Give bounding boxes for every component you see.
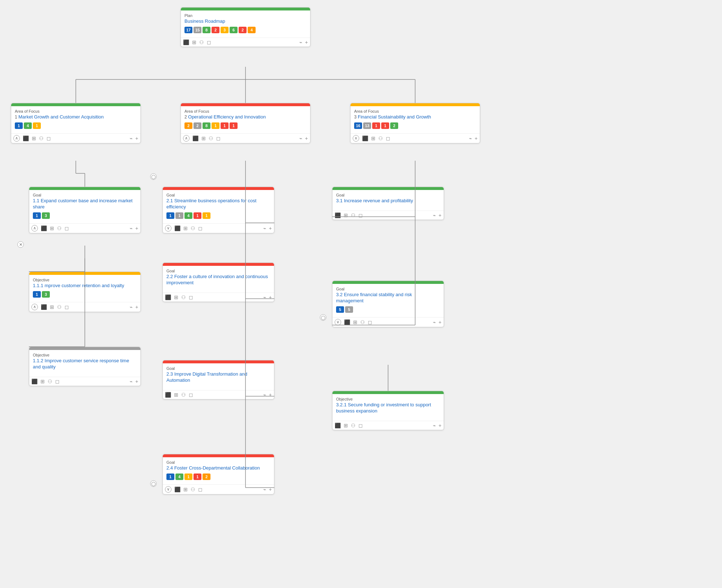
chart-icon[interactable]: ⬛	[183, 39, 189, 45]
goal-2-4-chat-icon[interactable]: ◻	[198, 487, 203, 492]
goal-2-2-chat-icon[interactable]: ◻	[189, 294, 193, 300]
area2-chat-icon[interactable]: ◻	[216, 135, 221, 141]
obj-3-2-1-chat-icon[interactable]: ◻	[358, 423, 363, 428]
goal-3-1-chat-icon[interactable]: ◻	[358, 212, 363, 218]
goal-3-2-collapse-btn[interactable]: ∨	[335, 319, 341, 325]
goal-2-3-people-icon[interactable]: ⚇	[181, 392, 186, 398]
area3-link-icon[interactable]: ⌁	[469, 135, 472, 141]
obj-3-2-1-calendar-icon[interactable]: ⊞	[344, 423, 348, 428]
goal-2-2-people-icon[interactable]: ⚇	[181, 294, 186, 300]
area1-chat-icon[interactable]: ◻	[47, 135, 51, 141]
goal-2-3-calendar-icon[interactable]: ⊞	[174, 392, 178, 398]
goal-2-1-chat-icon[interactable]: ◻	[198, 225, 203, 231]
goal-1-1-add-icon[interactable]: +	[135, 225, 138, 231]
area3-calendar-icon[interactable]: ⊞	[371, 135, 375, 141]
obj-1-1-1-link-icon[interactable]: ⌁	[130, 304, 132, 310]
obj-1-1-2-people-icon[interactable]: ⚇	[48, 379, 52, 384]
area1-chart-icon[interactable]: ⬛	[23, 135, 29, 141]
goal-2-3-add-icon[interactable]: +	[269, 392, 272, 398]
goal-2-1-add-icon[interactable]: +	[269, 225, 272, 231]
area2-calendar-icon[interactable]: ⊞	[201, 135, 206, 141]
obj-1-1-1-collapse-btn[interactable]: ∧	[31, 304, 38, 310]
area1-calendar-icon[interactable]: ⊞	[32, 135, 36, 141]
goal-1-1-expand-btn[interactable]: ✕	[17, 241, 24, 248]
area2-chart-icon[interactable]: ⬛	[192, 135, 199, 141]
goal-1-1-collapse-btn[interactable]: ∧	[31, 225, 38, 232]
chat-icon[interactable]: ◻	[207, 39, 211, 45]
goal-2-2-chart-icon[interactable]: ⬛	[165, 294, 171, 300]
goal-2-4-link-icon[interactable]: ⌁	[263, 487, 266, 492]
area3-collapse-btn[interactable]: ∧	[353, 135, 359, 142]
goal-2-3-chat-icon[interactable]: ◻	[189, 392, 193, 398]
goal-2-4-chart-icon[interactable]: ⬛	[174, 487, 180, 492]
goal-2-2-calendar-icon[interactable]: ⊞	[174, 294, 178, 300]
goal-3-2-calendar-icon[interactable]: ⊞	[353, 319, 357, 325]
goal-3-1-add-icon[interactable]: +	[439, 212, 442, 218]
area1-add-icon[interactable]: +	[135, 135, 138, 141]
goal-3-2-expand-btn[interactable]: ◯	[320, 314, 326, 321]
obj-3-2-1-chart-icon[interactable]: ⬛	[335, 423, 341, 428]
obj-1-1-2-calendar-icon[interactable]: ⊞	[40, 379, 45, 384]
obj-1-1-1-calendar-icon[interactable]: ⊞	[50, 304, 54, 310]
calendar-icon[interactable]: ⊞	[192, 39, 196, 45]
goal-3-2-chat-icon[interactable]: ◻	[368, 319, 372, 325]
goal-2-3-chart-icon[interactable]: ⬛	[165, 392, 171, 398]
obj-1-1-2-chat-icon[interactable]: ◻	[55, 379, 60, 384]
goal-3-2-people-icon[interactable]: ⚇	[360, 319, 365, 325]
obj-3-2-1-people-icon[interactable]: ⚇	[351, 423, 356, 428]
goal-2-4-toolbar: ∨ ⬛ ⊞ ⚇ ◻ ⌁ +	[163, 484, 274, 494]
goal-3-1-people-icon[interactable]: ⚇	[351, 212, 356, 218]
goal-2-1-people-icon[interactable]: ⚇	[191, 225, 195, 231]
goal-2-1-calendar-icon[interactable]: ⊞	[183, 225, 188, 231]
goal-2-1-link-icon[interactable]: ⌁	[263, 225, 266, 231]
area1-link-icon[interactable]: ⌁	[130, 135, 132, 141]
goal-2-2-add-icon[interactable]: +	[269, 294, 272, 300]
goal-1-1-link-icon[interactable]: ⌁	[130, 225, 132, 231]
goal-1-1-people-icon[interactable]: ⚇	[57, 225, 62, 231]
goal-1-1-chat-icon[interactable]: ◻	[65, 225, 69, 231]
goal-3-2-link-icon[interactable]: ⌁	[433, 319, 436, 325]
obj-3-2-1-add-icon[interactable]: +	[439, 423, 442, 428]
goal-2-1-chart-icon[interactable]: ⬛	[174, 225, 180, 231]
obj-1-1-2-link-icon[interactable]: ⌁	[130, 379, 132, 384]
goal-2-4-collapse-btn[interactable]: ∨	[165, 486, 171, 493]
goal-2-4-people-icon[interactable]: ⚇	[191, 487, 195, 492]
obj-1-1-1-people-icon[interactable]: ⚇	[57, 304, 62, 310]
area3-chart-icon[interactable]: ⬛	[362, 135, 368, 141]
goal-2-4-expand-btn[interactable]: ◯	[150, 480, 157, 487]
goal-3-2-chart-icon[interactable]: ⬛	[344, 319, 350, 325]
area3-people-icon[interactable]: ⚇	[378, 135, 383, 141]
obj-1-1-1-chat-icon[interactable]: ◻	[65, 304, 69, 310]
area3-badge-4: 1	[381, 122, 389, 129]
goal-3-1-chart-icon[interactable]: ⬛	[335, 212, 341, 218]
goal-2-3-link-icon[interactable]: ⌁	[263, 392, 266, 398]
area1-collapse-btn[interactable]: ∧	[13, 135, 20, 142]
area2-link-icon[interactable]: ⌁	[299, 135, 302, 141]
goal-3-1-calendar-icon[interactable]: ⊞	[344, 212, 348, 218]
add-icon[interactable]: +	[305, 39, 308, 45]
goal-3-1-link-icon[interactable]: ⌁	[433, 212, 436, 218]
area3-badge-3: 1	[372, 122, 380, 129]
area2-add-icon[interactable]: +	[305, 135, 308, 141]
link-icon[interactable]: ⌁	[299, 39, 302, 45]
goal-1-1-chart-icon[interactable]: ⬛	[41, 225, 47, 231]
goal-2-4-calendar-icon[interactable]: ⊞	[183, 487, 188, 492]
goal-2-4-add-icon[interactable]: +	[269, 487, 272, 492]
goal-2-2-link-icon[interactable]: ⌁	[263, 294, 266, 300]
area1-people-icon[interactable]: ⚇	[39, 135, 44, 141]
area2-collapse-btn[interactable]: ∧	[183, 135, 190, 142]
obj-1-1-1-chart-icon[interactable]: ⬛	[41, 304, 47, 310]
area3-add-icon[interactable]: +	[475, 135, 478, 141]
goal-3-2-add-icon[interactable]: +	[439, 319, 442, 325]
area2-people-icon[interactable]: ⚇	[209, 135, 213, 141]
area2-badge-3: 8	[203, 122, 210, 129]
obj-3-2-1-link-icon[interactable]: ⌁	[433, 423, 436, 428]
area3-chat-icon[interactable]: ◻	[386, 135, 390, 141]
obj-1-1-2-add-icon[interactable]: +	[135, 379, 138, 384]
goal-1-1-calendar-icon[interactable]: ⊞	[50, 225, 54, 231]
obj-1-1-2-chart-icon[interactable]: ⬛	[31, 379, 38, 384]
goal-2-1-collapse-btn[interactable]: ∨	[165, 225, 171, 232]
area2-expand-btn[interactable]: ◯	[150, 173, 157, 180]
people-icon[interactable]: ⚇	[199, 39, 204, 45]
obj-1-1-1-add-icon[interactable]: +	[135, 304, 138, 310]
